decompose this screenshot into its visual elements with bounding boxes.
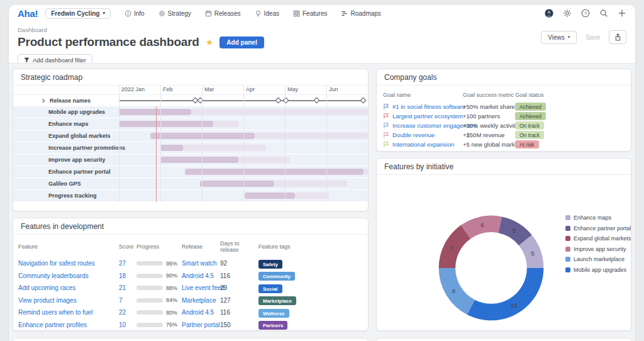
feature-score[interactable]: 27 [119,260,126,267]
legend-item-expand-global-markets[interactable]: Expand global markets [565,235,631,242]
release-milestone-diamond[interactable] [275,97,281,103]
gantt-bar-projected[interactable] [191,109,368,115]
feature-row: View product images784%Marketplace127Mar… [18,294,363,307]
goal-link[interactable]: Largest partner ecosystem [392,113,463,120]
add-button[interactable] [618,9,626,18]
gantt-bar[interactable] [160,157,238,163]
feature-score[interactable]: 10 [119,321,126,328]
release-link[interactable]: Smart watch [182,260,217,267]
release-link[interactable]: Partner portal [182,321,220,328]
gantt-bar-projected[interactable] [213,121,239,127]
legend-item-enhance-maps[interactable]: Enhance maps [565,215,631,221]
aha-logo[interactable]: Aha! [18,8,38,19]
feature-link[interactable]: Navigation for safest routes [18,260,95,267]
feature-tag[interactable]: Marketplace [258,296,296,305]
gantt-bar-projected[interactable] [364,169,368,175]
gantt-bar[interactable] [200,181,274,187]
gantt-bar[interactable] [119,109,191,115]
funnel-icon [24,57,30,63]
release-link[interactable]: Marketplace [182,297,216,304]
column-header-goal-success-metric: Goal success metric [463,92,515,98]
legend-item-improve-app-security[interactable]: Improve app security [565,246,631,252]
share-button[interactable] [609,30,626,44]
gantt-bar[interactable] [119,121,213,127]
feature-link[interactable]: Enhance partner profiles [18,321,87,328]
product-selector[interactable]: Fredwin Cycling ▾ [45,8,111,19]
feature-tag[interactable]: Partners [258,321,287,330]
goal-status-badge: On track [515,121,544,130]
donut-segment-value: 5 [531,250,535,257]
roadmaps-icon [341,10,348,17]
days-to-release: 127 [220,297,258,304]
save-button[interactable]: Save [582,31,604,43]
page-title: Product performance dashboard [18,35,199,49]
release-milestone-diamond[interactable] [282,97,289,103]
add-panel-button[interactable]: Add panel [219,36,264,48]
breadcrumb[interactable]: Dashboard [18,26,626,33]
feature-tag[interactable]: Wellness [258,309,289,318]
release-names-toggle[interactable]: Release names [13,95,119,106]
nav-item-info[interactable]: Info [125,10,145,17]
nav-item-features[interactable]: Features [293,10,327,17]
goal-link[interactable]: International expansion [392,141,454,148]
nav-item-roadmaps[interactable]: Roadmaps [341,10,380,17]
help-button[interactable]: ? [581,9,590,18]
feature-score[interactable]: 22 [119,309,126,316]
release-link[interactable]: Android 4.5 [182,309,214,316]
progress-cell: 90% [136,272,182,279]
feature-tag[interactable]: Social [258,284,282,293]
user-avatar[interactable] [545,9,553,18]
feature-tag[interactable]: Community [258,272,295,281]
feature-tag[interactable]: Safety [258,260,282,269]
goal-link[interactable]: #1 in social fitness software [392,103,465,110]
legend-item-enhance-partner-portal[interactable]: Enhance partner portal [565,225,631,232]
gantt-bar-projected[interactable] [295,193,329,199]
settings-button[interactable] [563,9,572,18]
feature-score[interactable]: 21 [119,284,126,291]
feature-score[interactable]: 7 [119,297,123,304]
feature-link[interactable]: View product images [18,297,77,304]
panel-title: Strategic roadmap [13,69,368,86]
feature-score[interactable]: 18 [119,272,126,279]
nav-item-ideas[interactable]: Ideas [255,10,279,17]
feature-link[interactable]: Add upcoming races [18,284,75,291]
release-milestone-diamond[interactable] [314,97,320,103]
goal-link[interactable]: Double revenue [392,131,435,138]
feature-link[interactable]: Remind users when to fuel [18,309,92,316]
legend-item-mobile-app-upgrades[interactable]: Mobile app upgrades [565,267,631,273]
feature-row: Remind users when to fuel2280%Android 4.… [18,306,363,319]
gantt-bar[interactable] [245,193,295,199]
goal-metric: +$50M revenue [463,131,515,138]
feature-link[interactable]: Community leaderboards [18,272,89,279]
gantt-row-label: Galileo GPS [13,178,119,189]
gantt-bar-projected[interactable] [238,157,290,163]
donut-segment-launch-marketplace[interactable] [439,268,475,315]
nav-item-releases[interactable]: Releases [205,10,241,17]
flag-icon [383,141,389,148]
progress-cell: 76% [136,321,182,328]
gantt-bar[interactable] [160,145,183,151]
donut-segment-mobile-app-upgrades[interactable] [467,268,544,320]
gantt-bar-projected[interactable] [183,145,266,151]
settings-icon [563,9,572,18]
gantt-bar[interactable] [185,169,364,175]
donut-segment-value: 7 [450,244,454,251]
gantt-bar[interactable] [150,133,255,139]
release-milestone-diamond[interactable] [197,97,204,103]
search-button[interactable] [599,9,608,18]
gantt-bar-projected[interactable] [255,133,368,139]
gantt-month-label: Jun [326,86,338,92]
gantt-row-improve-app-security: Improve app security [13,154,368,166]
gantt-row-label: Enhance maps [13,118,119,130]
nav-item-strategy[interactable]: Strategy [158,10,191,17]
gantt-bar-projected[interactable] [274,181,347,187]
legend-label: Improve app security [574,246,626,252]
favorite-star-icon[interactable]: ★ [206,38,214,47]
legend-item-launch-marketplace[interactable]: Launch marketplace [565,256,631,262]
gantt-row-bars [119,154,368,165]
release-link[interactable]: Live event feed [182,284,225,291]
dashboard-content: Strategic roadmap 2022 JanFebMarAprMayJu… [9,63,635,341]
release-milestone-diamond[interactable] [360,97,367,103]
views-button[interactable]: Views ▾ [541,31,577,44]
release-link[interactable]: Android 4.5 [182,272,214,279]
